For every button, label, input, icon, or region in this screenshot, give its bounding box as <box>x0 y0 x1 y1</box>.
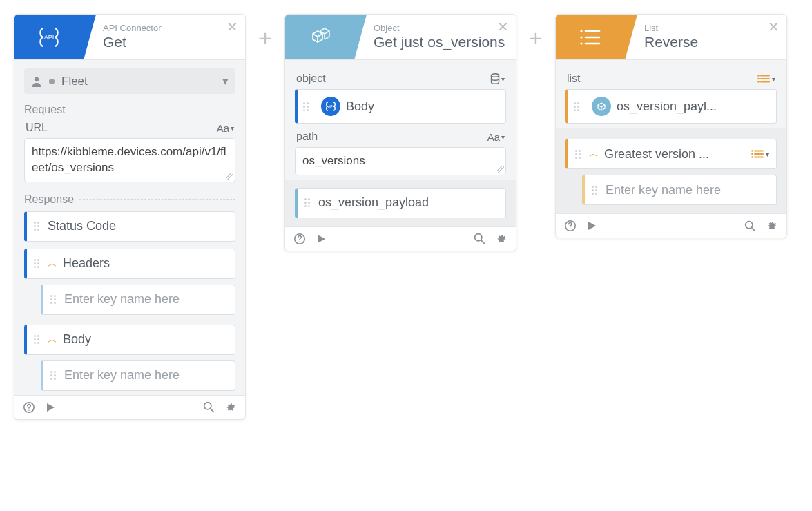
help-icon[interactable] <box>293 233 306 245</box>
svg-text:API: API <box>44 34 55 41</box>
list-input[interactable]: os_version_payl... <box>566 89 777 124</box>
drag-handle[interactable] <box>592 186 600 195</box>
play-icon[interactable] <box>316 233 327 244</box>
svg-point-26 <box>751 153 753 155</box>
drag-handle[interactable] <box>303 102 311 111</box>
drag-handle[interactable] <box>50 371 59 380</box>
search-icon[interactable] <box>203 401 215 413</box>
object-input[interactable]: API Body <box>295 89 506 124</box>
path-input[interactable]: os_versions <box>295 147 506 175</box>
url-label: URL <box>26 122 48 134</box>
drag-handle[interactable] <box>304 198 313 207</box>
chip-os-version-payload[interactable]: os_version_payl... <box>586 94 722 119</box>
resize-grip[interactable] <box>226 173 233 180</box>
type-picker[interactable]: Aa▾ <box>487 131 505 143</box>
play-icon[interactable] <box>586 220 597 231</box>
list-label: list <box>567 73 581 85</box>
status-dot <box>49 79 55 84</box>
response-label: Response <box>24 193 74 206</box>
svg-point-16 <box>580 42 582 44</box>
drag-handle[interactable] <box>574 102 582 111</box>
svg-point-12 <box>580 30 582 32</box>
object-label: object <box>296 73 326 85</box>
api-icon: API <box>14 15 84 59</box>
drag-handle[interactable] <box>575 150 583 159</box>
svg-point-3 <box>28 409 30 411</box>
path-label: path <box>296 131 318 143</box>
svg-point-6 <box>492 74 499 77</box>
gear-icon[interactable] <box>224 401 237 414</box>
svg-point-32 <box>746 221 753 228</box>
card-footer <box>14 395 245 419</box>
drag-handle[interactable] <box>34 335 42 344</box>
svg-line-33 <box>752 228 755 231</box>
api-chip-icon: API <box>321 97 340 116</box>
body-key-input[interactable]: Enter key name here <box>41 360 235 391</box>
headers-key-input[interactable]: Enter key name here <box>41 285 235 315</box>
card-header: API API Connector Get ✕ <box>14 15 245 60</box>
search-icon[interactable] <box>744 220 756 232</box>
svg-point-1 <box>35 77 39 81</box>
output-status-code[interactable]: Status Code <box>24 211 235 242</box>
account-name: Fleet <box>61 75 88 88</box>
add-card-button[interactable]: + <box>516 14 555 62</box>
card-title: Reverse <box>644 34 786 50</box>
card-category: Object <box>374 23 516 34</box>
svg-point-4 <box>204 403 211 409</box>
output-body[interactable]: ︿ Body <box>24 325 235 355</box>
svg-point-24 <box>751 150 753 152</box>
user-icon <box>31 76 42 87</box>
type-picker[interactable]: ▾ <box>757 74 775 84</box>
card-header: Object Get just os_versions ✕ <box>285 15 516 60</box>
type-picker[interactable]: ▾ <box>490 73 505 84</box>
search-icon[interactable] <box>474 233 485 244</box>
svg-line-11 <box>481 240 484 243</box>
svg-point-22 <box>757 81 760 83</box>
gear-icon[interactable] <box>766 220 778 232</box>
sort-key-input[interactable]: Enter key name here <box>582 175 777 205</box>
play-icon[interactable] <box>45 402 56 413</box>
svg-point-10 <box>475 234 482 241</box>
svg-point-18 <box>757 75 760 77</box>
card-header: List Reverse ✕ <box>556 15 786 60</box>
object-chip-icon <box>592 97 611 116</box>
close-icon[interactable]: ✕ <box>226 19 238 35</box>
collapse-icon[interactable]: ︿ <box>48 258 57 270</box>
collapse-icon[interactable]: ︿ <box>589 148 599 160</box>
account-selector[interactable]: Fleet ▾ <box>24 68 235 94</box>
card-object-get: Object Get just os_versions ✕ object ▾ A… <box>284 14 516 251</box>
svg-point-20 <box>757 78 760 80</box>
svg-point-9 <box>299 241 300 242</box>
output-sort[interactable]: ︿ Greatest version ... ▾ <box>566 139 777 169</box>
svg-line-5 <box>211 409 213 412</box>
card-category: API Connector <box>103 23 245 34</box>
card-list-reverse: List Reverse ✕ list ▾ os_version_payl <box>555 14 787 238</box>
output-os-version-payload[interactable]: os_version_payload <box>295 188 506 218</box>
svg-point-31 <box>570 228 571 229</box>
svg-text:API: API <box>328 104 334 108</box>
card-title: Get <box>103 34 245 50</box>
card-title: Get just os_versions <box>374 34 516 50</box>
drag-handle[interactable] <box>34 222 42 231</box>
drag-handle[interactable] <box>34 259 42 268</box>
close-icon[interactable]: ✕ <box>497 19 509 35</box>
help-icon[interactable] <box>23 401 35 414</box>
add-card-button[interactable]: + <box>246 14 284 62</box>
resize-grip[interactable] <box>497 166 504 173</box>
close-icon[interactable]: ✕ <box>768 19 780 35</box>
chip-body[interactable]: API Body <box>316 94 380 119</box>
card-api-get: API API Connector Get ✕ Fleet ▾ Request <box>14 14 246 420</box>
collapse-icon[interactable]: ︿ <box>48 334 57 346</box>
url-input[interactable]: https://kibbleme.devices.com/api/v1/flee… <box>24 138 235 182</box>
drag-handle[interactable] <box>50 295 59 304</box>
gear-icon[interactable] <box>495 233 508 245</box>
help-icon[interactable] <box>564 220 577 232</box>
chevron-down-icon: ▾ <box>222 74 229 88</box>
list-icon <box>556 15 625 59</box>
card-footer <box>556 213 786 238</box>
output-headers[interactable]: ︿ Headers <box>24 249 235 279</box>
card-category: List <box>644 23 786 34</box>
type-picker[interactable]: ▾ <box>751 149 769 159</box>
svg-point-14 <box>580 36 582 38</box>
type-picker[interactable]: Aa▾ <box>217 122 234 134</box>
